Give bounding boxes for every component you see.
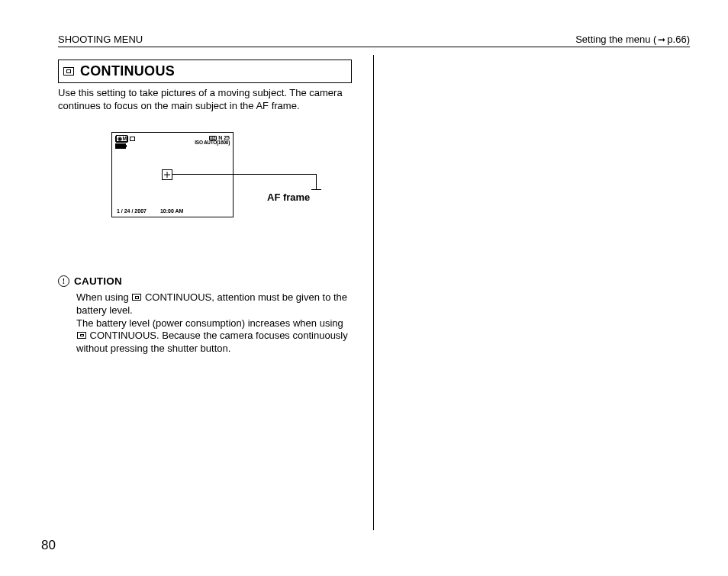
caution-icon: ! [58,275,69,287]
callout-line-foot [311,189,321,190]
iso-readout: ISO AUTO(1600) [195,140,230,146]
caution-line2b: CONTINUOUS. Because the camera focuses c… [76,330,348,354]
tiny-mode-icon [130,137,135,141]
header-right-page: p.66) [667,34,690,45]
lcd-screen: ◉M 8M N 25 ISO AUTO(1600) [111,132,234,217]
left-column: CONTINUOUS Use this setting to take pict… [58,55,374,530]
callout-line-vertical [316,174,317,189]
caution-title: CAUTION [74,275,122,287]
content-columns: CONTINUOUS Use this setting to take pict… [58,55,690,530]
lcd-top-left: ◉M [115,135,135,143]
callout-line-horizontal [172,174,316,175]
header-right: Setting the menu (➞p.66) [575,34,690,45]
page-header: SHOOTING MENU Setting the menu (➞p.66) [58,34,690,47]
right-column [374,55,690,530]
continuous-inline-icon [132,294,141,301]
section-paragraph: Use this setting to take pictures of a m… [58,87,352,112]
af-frame-marker [162,169,172,180]
af-frame-label: AF frame [267,191,310,203]
section-title: CONTINUOUS [80,63,175,79]
section-title-box: CONTINUOUS [58,60,352,83]
lcd-top-right: 8M N 25 ISO AUTO(1600) [195,135,230,146]
caution-header: ! CAUTION [58,275,352,287]
lcd-illustration: ◉M 8M N 25 ISO AUTO(1600) [111,132,340,239]
mode-badge: ◉M [115,135,128,143]
battery-icon [115,143,126,149]
header-left: SHOOTING MENU [58,34,143,45]
header-right-prefix: Setting the menu ( [575,34,656,45]
caution-body: When using CONTINUOUS, attention must be… [76,291,352,355]
lcd-bottom-row: 1 / 24 / 2007 10:00 AM [117,208,183,214]
continuous-mode-icon [63,67,74,76]
page-number: 80 [41,538,56,553]
caution-line2a: The battery level (power consumption) in… [76,317,343,329]
arrow-right-icon: ➞ [658,34,665,45]
continuous-inline-icon [77,332,86,339]
lcd-time: 10:00 AM [160,208,183,214]
lcd-date: 1 / 24 / 2007 [117,208,147,214]
caution-line1a: When using [76,291,131,303]
